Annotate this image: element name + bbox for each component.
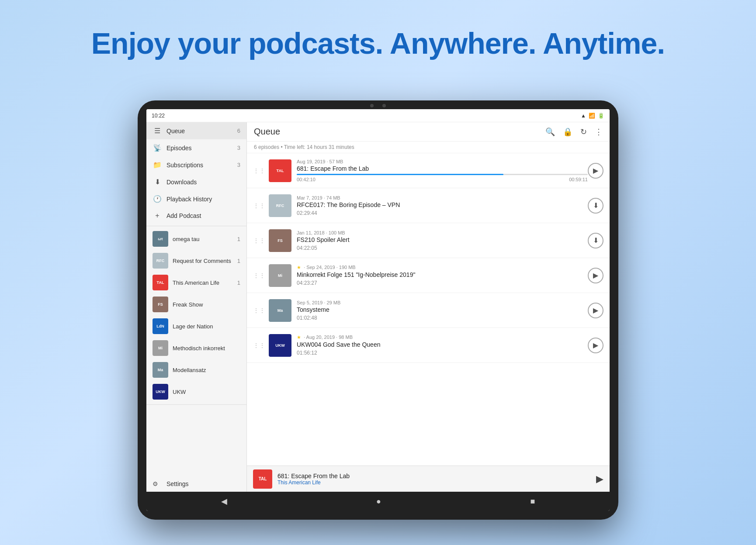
camera-left [370,104,374,107]
episode-progress-fill [297,174,503,175]
refresh-icon[interactable]: ↻ [580,127,587,137]
main-content: ☰ Queue 6 📡 Episodes 3 📁 Subscriptions 3… [146,122,610,492]
nav-label-episodes: Episodes [166,145,192,152]
sidebar-podcast-lage-der-nation[interactable]: LdN Lage der Nation [146,315,246,337]
episode-current-time: 00:42:10 [297,177,316,182]
status-icons: ▲ 📶 🔋 [581,113,604,119]
nav-badge-queue: 6 [237,128,240,134]
episode-item-2: ⋮⋮ FS Jan 11, 2018 · 100 MB FS210 Spoile… [247,223,610,258]
nav-badge-episodes: 3 [237,145,240,151]
sidebar-podcast-freak-show[interactable]: FS Freak Show [146,293,246,315]
hero-text: Enjoy your podcasts. Anywhere. Anytime. [0,26,756,60]
drag-handle[interactable]: ⋮⋮ [253,167,265,174]
podcast-thumb-lage-der-nation: LdN [153,318,168,334]
episode-info: Sep 5, 2019 · 29 MB Tonsysteme 01:02:48 [297,300,588,321]
episode-action-button[interactable]: ▶ [588,163,603,179]
episode-duration: 01:56:12 [297,350,588,356]
star-badge: ★ [297,335,301,340]
episode-action-button[interactable]: ⬇ [588,198,603,214]
episode-action-button[interactable]: ⬇ [588,233,603,248]
episode-thumbnail: UKW [269,334,291,357]
episode-action-button[interactable]: ▶ [588,303,603,318]
tablet-device: 10:22 ▲ 📶 🔋 ☰ Queue 6 📡 Episodes 3 📁 Sub… [138,100,618,520]
drag-handle[interactable]: ⋮⋮ [253,307,265,314]
podcast-thumb-modellansatz: Ma [153,362,168,378]
sidebar-podcast-modellansatz[interactable]: Ma Modellansatz [146,359,246,381]
episode-meta: Sep 5, 2019 · 29 MB [297,300,588,305]
episode-title[interactable]: RFCE017: The Boring Episode – VPN [297,201,588,208]
episode-action-button[interactable]: ▶ [588,268,603,283]
nav-icon-downloads: ⬇ [153,178,162,186]
queue-header-icons: 🔍 🔒 ↻ ⋮ [545,127,603,137]
search-icon[interactable]: 🔍 [545,127,555,137]
drag-handle[interactable]: ⋮⋮ [253,237,265,244]
episode-list: ⋮⋮ TAL Aug 19, 2019 · 57 MB 681: Escape … [247,153,610,466]
drag-handle[interactable]: ⋮⋮ [253,342,265,349]
nav-label-subscriptions: Subscriptions [166,162,203,169]
settings-icon: ⚙ [153,480,162,487]
episode-meta: Mar 7, 2019 · 74 MB [297,195,588,200]
recent-icon[interactable]: ■ [530,497,535,506]
sidebar-podcast-ukw[interactable]: UKW UKW [146,381,246,403]
sidebar-item-add-podcast[interactable]: + Add Podcast [146,207,246,224]
sidebar-podcast-request-for-comments[interactable]: RFC Request for Comments 1 [146,250,246,272]
sidebar-podcast-this-american-life[interactable]: TAL This American Life 1 [146,272,246,293]
player-title: 681: Escape From the Lab [277,473,596,479]
episode-duration: 04:23:27 [297,280,588,286]
nav-icon-playback-history: 🕐 [153,195,162,203]
nav-badge-subscriptions: 3 [237,162,240,168]
podcast-name: UKW [173,389,186,395]
episode-title[interactable]: UKW004 God Save the Queen [297,341,588,348]
podcast-thumb-this-american-life: TAL [153,275,168,290]
sidebar-item-downloads[interactable]: ⬇ Downloads [146,173,246,190]
settings-item[interactable]: ⚙ Settings [146,476,246,492]
player-info: 681: Escape From the Lab This American L… [277,473,596,486]
podcast-thumb-ukw: UKW [153,384,168,400]
podcast-name: Freak Show [173,301,203,308]
episode-duration: 02:29:44 [297,210,588,216]
drag-handle[interactable]: ⋮⋮ [253,202,265,209]
podcast-thumb-freak-show: FS [153,297,168,312]
star-badge: ★ [297,265,301,270]
episode-thumbnail: TAL [269,159,291,182]
episode-title[interactable]: FS210 Spoiler Alert [297,236,588,243]
podcast-thumb-methodisch-inkorrekt: Mi [153,340,168,356]
home-icon[interactable]: ● [376,497,381,506]
tablet-screen: 10:22 ▲ 📶 🔋 ☰ Queue 6 📡 Episodes 3 📁 Sub… [146,109,610,511]
player-play-button[interactable]: ▶ [596,473,603,485]
queue-meta: 6 episodes • Time left: 14 hours 31 minu… [247,141,610,153]
sidebar-item-subscriptions[interactable]: 📁 Subscriptions 3 [146,156,246,173]
nav-label-add-podcast: Add Podcast [166,212,201,219]
podcast-badge: 1 [237,236,240,242]
episode-action-button[interactable]: ▶ [588,338,603,353]
sidebar-divider-2 [146,404,246,405]
sidebar-item-playback-history[interactable]: 🕐 Playback History [146,190,246,207]
nav-icon-queue: ☰ [153,127,162,135]
episode-meta: Jan 11, 2018 · 100 MB [297,230,588,235]
back-icon[interactable]: ◀ [221,497,227,506]
sidebar-item-queue[interactable]: ☰ Queue 6 [146,122,246,139]
episode-item-3: ⋮⋮ Mi ★ · Sep 24, 2019 · 190 MB Minkorre… [247,258,610,293]
podcast-name: This American Life [173,279,219,286]
episode-item-4: ⋮⋮ Ma Sep 5, 2019 · 29 MB Tonsysteme 01:… [247,293,610,328]
episode-progress-bar [297,174,588,175]
episode-info: Aug 19, 2019 · 57 MB 681: Escape From th… [297,159,588,182]
lock-icon[interactable]: 🔒 [563,127,572,137]
episode-info: Mar 7, 2019 · 74 MB RFCE017: The Boring … [297,195,588,216]
nav-icon-add-podcast: + [153,212,162,220]
episode-title[interactable]: 681: Escape From the Lab [297,165,588,172]
drag-handle[interactable]: ⋮⋮ [253,272,265,279]
settings-label: Settings [166,480,189,487]
wifi-icon: ▲ [581,113,586,119]
sidebar-item-episodes[interactable]: 📡 Episodes 3 [146,139,246,156]
nav-label-playback-history: Playback History [166,196,212,203]
episode-info: Jan 11, 2018 · 100 MB FS210 Spoiler Aler… [297,230,588,251]
more-icon[interactable]: ⋮ [595,127,603,137]
episode-duration: 04:22:05 [297,245,588,251]
episode-title[interactable]: Minkorrekt Folge 151 "Ig-Nobelpreise 201… [297,271,588,278]
nav-label-downloads: Downloads [166,179,197,186]
sidebar-podcast-methodisch-inkorrekt[interactable]: Mi Methodisch inkorrekt [146,337,246,359]
sidebar-divider [146,226,246,226]
episode-title[interactable]: Tonsysteme [297,306,588,313]
sidebar-podcast-omega-tau[interactable]: ωτ omega tau 1 [146,228,246,250]
